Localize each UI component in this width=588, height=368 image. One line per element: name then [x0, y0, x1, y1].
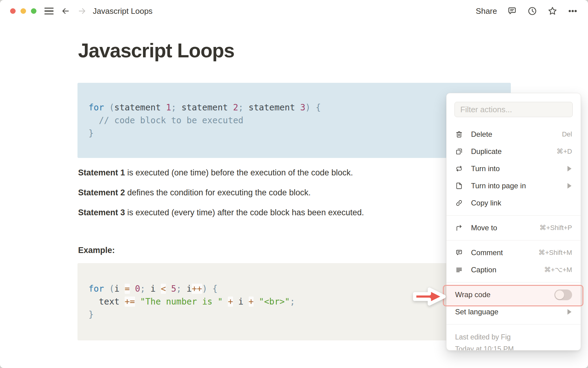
- menu-divider: [447, 324, 581, 324]
- statement-1-text: is executed (one time) before the execut…: [125, 168, 353, 177]
- menu-item-label: Delete: [471, 130, 492, 139]
- chevron-right-icon: [567, 166, 571, 171]
- code-line: // code block to be executed: [89, 114, 500, 127]
- menu-item-label: Set language: [455, 308, 498, 316]
- history-icon[interactable]: [527, 6, 537, 16]
- menu-item-delete[interactable]: DeleteDel: [447, 126, 581, 143]
- statement-2-text: defines the condition for executing the …: [125, 188, 311, 197]
- code-block-example[interactable]: for (i = 0; i < 5; i++) { text += "The n…: [77, 263, 511, 340]
- paragraph-statement-1[interactable]: Statement 1 is executed (one time) befor…: [78, 167, 353, 178]
- app-window: Javascript Loops Share Javascript Loops …: [0, 0, 588, 368]
- menu-item-shortcut: ⌘+Shift+P: [540, 224, 572, 232]
- menu-item-label: Wrap code: [455, 290, 491, 299]
- minimize-window-button[interactable]: [21, 8, 26, 14]
- comments-icon[interactable]: [507, 6, 517, 16]
- filter-actions-input[interactable]: [454, 102, 573, 117]
- menu-item-caption[interactable]: Caption⌘+⌥+M: [447, 261, 581, 278]
- duplicate-icon: [455, 148, 463, 155]
- code-line: for (statement 1; statement 2; statement…: [89, 101, 500, 114]
- forward-arrow-icon[interactable]: [77, 6, 87, 16]
- example-label[interactable]: Example:: [78, 246, 115, 255]
- share-button[interactable]: Share: [476, 6, 497, 16]
- menu-item-shortcut: ⌘+Shift+M: [538, 249, 572, 257]
- wrap-code-toggle[interactable]: [554, 289, 572, 300]
- menu-divider: [447, 240, 581, 240]
- menu-item-label: Duplicate: [471, 147, 502, 156]
- page-icon: [455, 182, 463, 190]
- last-edited-by: Last edited by Fig: [455, 331, 572, 343]
- move-to-icon: [455, 224, 463, 232]
- page-title[interactable]: Javascript Loops: [78, 39, 234, 62]
- close-window-button[interactable]: [10, 8, 16, 14]
- zoom-window-button[interactable]: [31, 8, 36, 14]
- chevron-right-icon: [567, 309, 571, 315]
- code-line: }: [89, 308, 500, 321]
- favorite-icon[interactable]: [547, 6, 558, 16]
- trash-icon: [455, 130, 463, 138]
- menu-item-turn-into[interactable]: Turn into: [447, 160, 581, 177]
- back-arrow-icon[interactable]: [61, 6, 70, 16]
- statement-3-text: is executed (every time) after the code …: [125, 208, 364, 217]
- menu-item-label: Move to: [471, 224, 497, 232]
- top-bar: Javascript Loops Share: [0, 0, 588, 22]
- menu-item-move-to[interactable]: Move to⌘+Shift+P: [447, 219, 581, 236]
- statement-2-bold: Statement 2: [78, 188, 125, 197]
- menu-item-label: Caption: [471, 266, 496, 274]
- chevron-right-icon: [567, 183, 571, 189]
- menu-item-shortcut: ⌘+D: [556, 148, 572, 155]
- menu-item-comment[interactable]: Comment⌘+Shift+M: [447, 244, 581, 261]
- turn-into-icon: [455, 165, 463, 173]
- window-title: Javascript Loops: [93, 6, 153, 16]
- menu-item-label: Turn into page in: [471, 182, 526, 190]
- menu-item-copy-link[interactable]: Copy link: [447, 194, 581, 212]
- menu-divider: [447, 215, 581, 216]
- code-content: for (i = 0; i < 5; i++) { text += "The n…: [77, 263, 511, 340]
- menu-item-turn-into-page-in[interactable]: Turn into page in: [447, 177, 581, 194]
- sidebar-menu-icon[interactable]: [44, 8, 54, 14]
- block-context-menu: DeleteDelDuplicate⌘+DTurn intoTurn into …: [446, 93, 581, 351]
- menu-item-shortcut: ⌘+⌥+M: [544, 266, 572, 274]
- paragraph-statement-2[interactable]: Statement 2 defines the condition for ex…: [78, 187, 311, 198]
- menu-item-label: Comment: [471, 248, 503, 257]
- topbar-actions: Share: [476, 6, 578, 16]
- paragraph-statement-3[interactable]: Statement 3 is executed (every time) aft…: [78, 207, 364, 218]
- code-line: }: [89, 127, 500, 140]
- menu-item-wrap-code[interactable]: Wrap code: [447, 286, 581, 303]
- menu-item-label: Turn into: [471, 164, 500, 173]
- code-line: text += "The number is " + i + "<br>";: [89, 295, 500, 308]
- copy-link-icon: [455, 199, 463, 207]
- menu-item-duplicate[interactable]: Duplicate⌘+D: [447, 143, 581, 160]
- code-content: for (statement 1; statement 2; statement…: [77, 83, 511, 157]
- last-edited-time: Today at 10:15 PM: [455, 343, 572, 351]
- menu-item-set-language[interactable]: Set language: [447, 303, 581, 320]
- window-controls: [10, 8, 36, 14]
- caption-icon: [455, 266, 463, 274]
- menu-item-label: Copy link: [471, 199, 501, 207]
- statement-3-bold: Statement 3: [78, 208, 125, 217]
- code-line: for (i = 0; i < 5; i++) {: [89, 282, 500, 295]
- comment-icon: [455, 249, 463, 257]
- menu-item-shortcut: Del: [562, 130, 572, 138]
- statement-1-bold: Statement 1: [78, 168, 125, 177]
- menu-footer: Last edited by Fig Today at 10:15 PM: [447, 328, 581, 351]
- menu-divider: [447, 282, 581, 282]
- code-block-syntax[interactable]: for (statement 1; statement 2; statement…: [77, 83, 511, 158]
- more-icon[interactable]: [567, 6, 578, 16]
